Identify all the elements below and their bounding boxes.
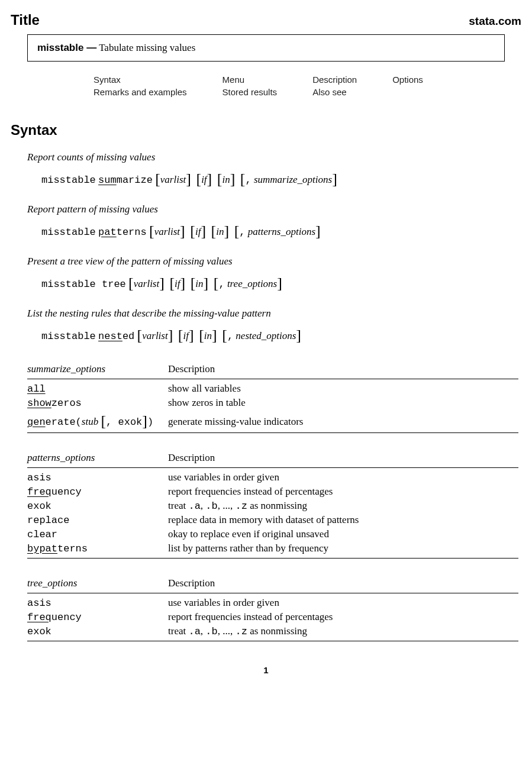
varlist: varlist [154, 226, 180, 237]
in: in [222, 174, 230, 185]
syntax-group-nested: List the nesting rules that describe the… [27, 308, 521, 343]
section-syntax: Syntax [11, 122, 521, 138]
opt-desc: okay to replace even if original unsaved [168, 527, 518, 541]
nav-links: Syntax Menu Description Options Remarks … [93, 73, 521, 98]
bracket-icon: ] [277, 275, 282, 292]
opt: freq [27, 486, 51, 498]
col-header-opt: patterns_options [27, 448, 168, 468]
subcmd-ul: pat [98, 227, 117, 238]
opt-desc: use variables in order given [168, 593, 518, 611]
bracket-icon: ] [180, 222, 185, 240]
opt-rest: erate( [46, 417, 82, 428]
exok: , exok [106, 417, 142, 428]
nav-menu[interactable]: Menu [223, 73, 313, 86]
table-row: frequency report frequencies instead of … [27, 610, 518, 624]
nav-remarks[interactable]: Remarks and examples [93, 86, 223, 98]
opt-rest: uency [51, 612, 82, 623]
bracket-icon: [ [240, 170, 246, 188]
syntax-line: misstable summarize [varlist] [if] [in] … [41, 169, 521, 187]
bracket-icon: ] [204, 275, 209, 292]
bracket-icon: ] [315, 222, 321, 240]
bracket-icon: [ [199, 327, 204, 344]
in: in [195, 278, 203, 289]
bracket-icon: ] [142, 412, 147, 430]
bracket-icon: [ [191, 275, 196, 292]
col-header-opt: summarize_options [27, 360, 168, 379]
brand-link[interactable]: stata.com [469, 15, 521, 28]
opt-desc: treat .a, .b, ..., .z as nonmissing [168, 624, 518, 641]
bracket-icon: [ [137, 327, 143, 344]
opt-desc: treat .a, .b, ..., .z as nonmissing [168, 499, 518, 513]
comma: , [246, 175, 252, 186]
if: if [201, 174, 207, 185]
nav-syntax[interactable]: Syntax [93, 73, 223, 86]
bracket-icon: ] [212, 327, 217, 344]
opt-desc: use variables in order given [168, 468, 518, 485]
table-row: frequency report frequencies instead of … [27, 485, 518, 499]
opt-desc: list by patterns rather than by frequenc… [168, 541, 518, 559]
syntax-group-patterns: Report pattern of missing values misstab… [27, 204, 521, 239]
close-paren: ) [147, 417, 153, 428]
command-desc: Tabulate missing values [99, 42, 195, 53]
subcmd-rest: marize [117, 175, 153, 186]
opts: patterns_options [248, 226, 315, 237]
bracket-icon: ] [230, 170, 236, 188]
opt: gen [27, 417, 46, 428]
nav-also-see[interactable]: Also see [312, 86, 392, 98]
syntax-caption: Report pattern of missing values [27, 204, 521, 215]
nav-stored-results[interactable]: Stored results [223, 86, 313, 98]
bracket-icon: [ [234, 222, 240, 240]
col-header-opt: tree_options [27, 574, 168, 593]
opt-desc: show all variables [168, 379, 518, 396]
summarize-options-table: summarize_options Description all show a… [27, 360, 518, 433]
tree-options-table: tree_options Description asis use variab… [27, 574, 518, 641]
command-name: misstable — [37, 42, 96, 53]
bracket-icon: [ [211, 222, 217, 240]
bracket-icon: ] [332, 170, 337, 188]
if: if [183, 330, 189, 341]
title-box: misstable — Tabulate missing values [27, 34, 505, 62]
comma: , [239, 227, 245, 238]
nav-empty [392, 86, 459, 98]
bracket-icon: [ [155, 170, 160, 188]
nav-description[interactable]: Description [312, 73, 392, 86]
opts: summarize_options [254, 174, 332, 185]
table-row: clear okay to replace even if original u… [27, 527, 518, 541]
bracket-icon: [ [196, 170, 201, 188]
syntax-group-summarize: Report counts of missing values misstabl… [27, 151, 521, 187]
page-title: Title [11, 12, 40, 28]
opt: freq [27, 612, 51, 623]
bracket-icon: ] [224, 222, 229, 240]
opt-desc: show zeros in table [168, 396, 518, 410]
syntax-caption: Present a tree view of the pattern of mi… [27, 256, 521, 267]
bracket-icon: ] [207, 170, 212, 188]
opt: exok [27, 624, 168, 641]
opt: asis [27, 593, 168, 611]
opts: tree_options [227, 278, 277, 289]
if: if [195, 226, 201, 237]
table-row: generate(stub [, exok]) generate missing… [27, 410, 518, 433]
opt: clear [27, 527, 168, 541]
opt-desc: report frequencies instead of percentage… [168, 610, 518, 624]
col-header-desc: Description [168, 574, 518, 593]
bracket-icon: ] [159, 275, 165, 292]
bracket-icon: [ [169, 275, 175, 292]
patterns-options-table: patterns_options Description asis use va… [27, 448, 518, 559]
bracket-icon: ] [296, 327, 301, 344]
syntax-caption: Report counts of missing values [27, 151, 521, 163]
opt: all [27, 383, 46, 395]
syntax-line: misstable nested [varlist] [if] [in] [, … [41, 325, 521, 343]
bracket-icon: [ [178, 327, 183, 344]
if: if [175, 278, 180, 289]
page-number: 1 [11, 665, 521, 675]
subcmd-ul: nest [98, 331, 122, 342]
cmd: misstable [41, 331, 96, 342]
bracket-icon: [ [101, 412, 106, 430]
stub: stub [82, 416, 98, 427]
table-row: asis use variables in order given [27, 468, 518, 485]
comma: , [218, 279, 224, 290]
nav-options[interactable]: Options [392, 73, 459, 86]
opt: asis [27, 468, 168, 485]
opt-desc: generate missing-value indicators [168, 410, 518, 433]
opt: exok [27, 499, 168, 513]
